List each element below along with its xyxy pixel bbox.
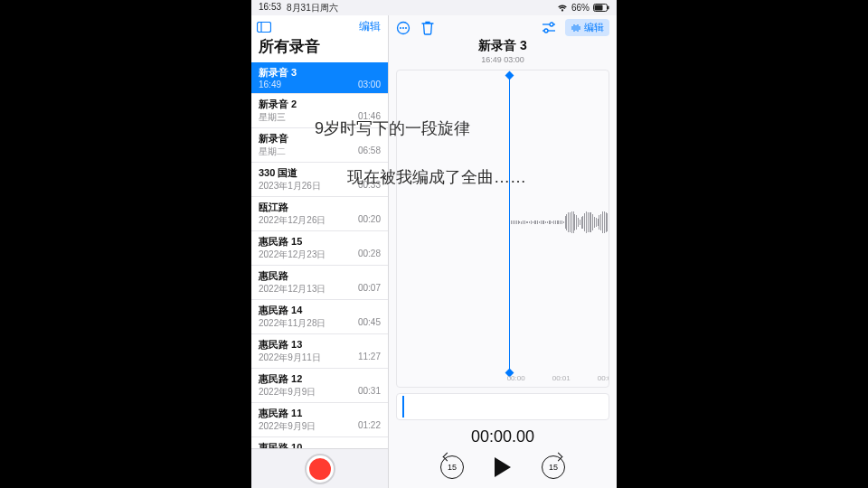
recording-meta: 16:49 03:00: [389, 55, 617, 64]
recording-name: 惠民路: [259, 269, 381, 282]
svg-rect-1: [595, 5, 603, 11]
list-item[interactable]: 惠民路 132022年9月11日11:27: [251, 334, 388, 369]
status-date: 8月31日周六: [287, 2, 338, 14]
battery-percent: 66%: [571, 3, 590, 13]
recording-name: 瓯江路: [259, 201, 381, 213]
recording-date: 16:49: [259, 80, 281, 89]
timeline-ticks: 00:0000:0100:00: [397, 374, 609, 387]
recording-meta-time: 16:49: [481, 55, 502, 64]
recording-date: 2022年12月26日: [259, 214, 326, 227]
recording-date: 2023年1月26日: [259, 180, 321, 192]
recording-date: 星期三: [259, 111, 286, 124]
recording-meta-dur: 03:00: [504, 55, 524, 64]
recording-duration: 01:22: [358, 420, 381, 433]
list-item[interactable]: 惠民路 112022年9月9日01:22: [251, 403, 388, 437]
skip-forward-button[interactable]: 15: [542, 455, 565, 479]
recording-name: 惠民路 12: [259, 372, 381, 385]
recording-name: 新录音 3: [259, 66, 381, 79]
recording-name: 惠民路 15: [259, 235, 381, 248]
recordings-list[interactable]: 新录音 316:4903:00新录音 2星期三01:46新录音星期二06:583…: [251, 62, 388, 448]
recording-date: 2022年9月9日: [259, 420, 316, 433]
recording-name: 惠民路 10: [259, 441, 381, 448]
recording-duration: 00:45: [358, 317, 381, 330]
more-icon[interactable]: [396, 21, 410, 35]
scrubber-playhead[interactable]: [402, 396, 404, 418]
playhead-indicator: [509, 76, 510, 372]
svg-point-6: [400, 27, 401, 29]
skip-back-button[interactable]: 15: [440, 455, 464, 479]
waveform-edit-button[interactable]: 编辑: [565, 19, 609, 36]
recordings-sidebar: 编辑 所有录音 新录音 316:4903:00新录音 2星期三01:46新录音星…: [251, 15, 389, 488]
list-item[interactable]: 瓯江路2022年12月26日00:20: [251, 197, 388, 231]
recording-duration: 00:20: [358, 214, 381, 227]
recording-name: 330 国道: [259, 166, 381, 179]
recording-name: 惠民路 14: [259, 304, 381, 316]
recording-name: 新录音 2: [259, 98, 381, 110]
record-bar: [251, 448, 388, 488]
recording-date: 2022年9月9日: [259, 386, 316, 399]
battery-icon: [593, 4, 609, 12]
recording-date: 2022年12月23日: [259, 249, 326, 261]
transport-controls: 15 15: [389, 446, 617, 488]
settings-sliders-icon[interactable]: [542, 22, 556, 34]
recording-name: 惠民路 11: [259, 407, 381, 419]
recording-date: 星期二: [259, 145, 286, 158]
record-button[interactable]: [307, 455, 334, 483]
recording-title[interactable]: 新录音 3: [389, 38, 617, 54]
trash-icon[interactable]: [421, 21, 434, 35]
svg-rect-2: [608, 6, 609, 10]
recording-duration: 00:33: [358, 180, 381, 192]
recording-duration: 00:28: [358, 249, 381, 261]
svg-rect-3: [258, 22, 271, 32]
svg-point-10: [550, 23, 553, 26]
status-bar: 16:53 8月31日周六 66%: [251, 0, 617, 15]
svg-point-7: [402, 27, 404, 29]
list-item[interactable]: 惠民路 102022年8月26日13:03: [251, 437, 388, 448]
recording-date: 2022年11月28日: [259, 317, 326, 330]
recording-duration: 00:31: [358, 386, 381, 399]
recording-duration: 03:00: [358, 80, 381, 89]
recording-name: 惠民路 13: [259, 338, 381, 351]
sidebar-toggle-icon[interactable]: [257, 22, 271, 33]
recording-date: 2022年12月13日: [259, 283, 326, 296]
playback-timer: 00:00.00: [389, 427, 617, 446]
list-item[interactable]: 惠民路 122022年9月9日00:31: [251, 369, 388, 403]
svg-point-8: [405, 27, 407, 29]
recording-duration: 01:46: [358, 111, 381, 124]
recording-duration: 00:07: [358, 283, 381, 296]
list-item[interactable]: 惠民路 152022年12月23日00:28: [251, 231, 388, 266]
recording-date: 2022年9月11日: [259, 352, 321, 364]
list-item[interactable]: 惠民路 142022年11月28日00:45: [251, 300, 388, 334]
sidebar-title: 所有录音: [251, 36, 388, 62]
play-button[interactable]: [495, 457, 511, 477]
recording-name: 新录音: [259, 132, 381, 145]
recording-duration: 11:27: [358, 352, 381, 364]
list-item[interactable]: 新录音星期二06:58: [251, 128, 388, 163]
sidebar-edit-button[interactable]: 编辑: [359, 19, 381, 34]
wifi-icon: [557, 4, 568, 12]
recording-detail: 编辑 新录音 3 16:49 03:00 00:0000:0100:00: [389, 15, 617, 488]
list-item[interactable]: 新录音 2星期三01:46: [251, 94, 388, 128]
waveform-zoom-view[interactable]: 00:0000:0100:00: [396, 70, 609, 388]
voice-memos-app: 16:53 8月31日周六 66% 编辑: [251, 0, 617, 488]
edit-pill-label: 编辑: [584, 21, 604, 34]
list-item[interactable]: 330 国道2023年1月26日00:33: [251, 163, 388, 197]
recording-duration: 06:58: [358, 145, 381, 158]
svg-point-12: [544, 29, 548, 33]
status-time: 16:53: [259, 2, 281, 14]
list-item[interactable]: 新录音 316:4903:00: [251, 62, 388, 94]
list-item[interactable]: 惠民路2022年12月13日00:07: [251, 266, 388, 300]
waveform-scrubber[interactable]: [396, 393, 609, 420]
